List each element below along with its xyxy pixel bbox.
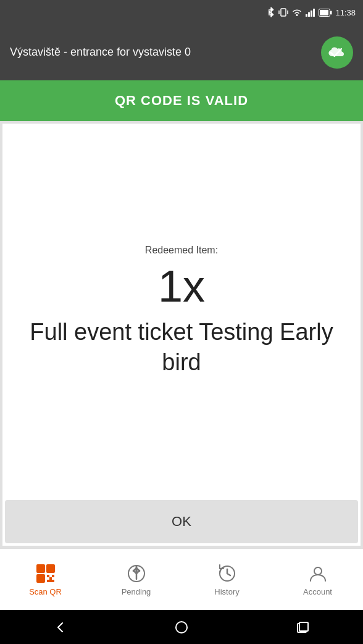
back-button[interactable] [48,615,73,640]
svg-rect-23 [49,580,54,582]
nav-history[interactable]: History [182,549,272,610]
ticket-name: Full event ticket Testing Early bird [15,317,348,378]
home-button[interactable] [169,615,194,640]
history-icon [216,562,238,585]
svg-rect-9 [308,12,310,17]
svg-rect-22 [52,575,54,577]
time-display: 11:38 [335,8,356,17]
recents-button[interactable] [290,615,315,640]
wifi-icon [291,8,302,17]
bluetooth-icon [267,7,275,18]
svg-rect-21 [47,575,49,577]
scan-qr-label: Scan QR [29,587,62,596]
status-bar: 11:38 [0,0,363,25]
svg-rect-31 [299,622,308,631]
svg-point-28 [314,567,322,575]
svg-rect-13 [330,11,332,14]
cloud-check-icon [321,36,353,69]
status-icons: 11:38 [267,7,356,18]
vibrate-icon [278,7,288,18]
nav-account[interactable]: Account [272,549,363,610]
svg-rect-16 [39,567,43,570]
result-card: Redeemed Item: 1x Full event ticket Test… [2,124,361,546]
pending-icon [125,562,148,585]
android-nav [0,610,363,644]
svg-point-29 [176,622,187,633]
svg-rect-25 [49,577,52,580]
ok-button[interactable]: OK [5,500,358,543]
svg-rect-14 [320,10,328,15]
svg-rect-10 [311,11,312,17]
signal-icon [306,8,315,17]
svg-rect-18 [49,567,52,570]
svg-rect-20 [39,577,43,580]
app-header: Výstaviště - entrance for vystaviste 0 [0,25,363,80]
nav-scan-qr[interactable]: Scan QR [0,549,91,610]
history-label: History [214,587,239,596]
svg-rect-24 [47,580,49,582]
bottom-nav: Scan QR Pending History [0,548,363,610]
account-icon [307,562,329,585]
svg-rect-11 [313,9,315,17]
pending-label: Pending [122,587,151,596]
svg-rect-8 [306,14,307,17]
svg-point-7 [296,14,298,16]
app-title: Výstaviště - entrance for vystaviste 0 [10,45,191,59]
redeemed-label: Redeemed Item: [145,245,218,256]
main-content: QR CODE IS VALID Redeemed Item: 1x Full … [0,80,363,548]
ok-button-container: OK [2,499,361,546]
qr-valid-banner: QR CODE IS VALID [0,80,363,121]
quantity: 1x [158,262,205,311]
card-body: Redeemed Item: 1x Full event ticket Test… [2,124,361,499]
battery-icon [319,9,332,17]
account-label: Account [303,587,332,596]
svg-rect-4 [281,9,286,16]
scan-qr-icon [35,562,57,585]
nav-pending[interactable]: Pending [91,549,182,610]
